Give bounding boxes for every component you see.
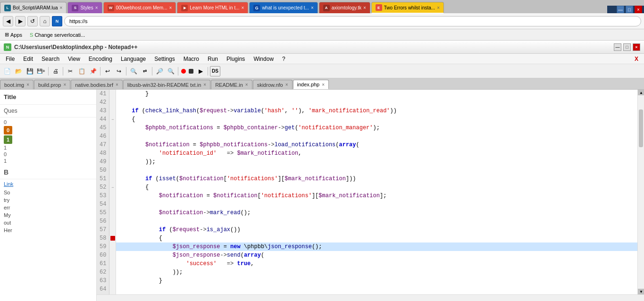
- npp-tab-skidrow[interactable]: skidrow.nfo ×: [253, 80, 293, 89]
- npp-tab-readme-label: README.in: [215, 82, 243, 88]
- code-line-48: 'notification_id' => $mark_notification,: [116, 149, 637, 158]
- toolbar-save[interactable]: 💾: [25, 66, 35, 76]
- tab-lua[interactable]: L Bol_Script/iARAM.lua ×: [0, 2, 67, 13]
- win-minimize[interactable]: —: [617, 6, 624, 13]
- styles-icon: S: [72, 5, 78, 11]
- menu-run[interactable]: Run: [204, 55, 222, 63]
- toolbar-macro-play[interactable]: ▶: [195, 66, 206, 76]
- npp-tab-readme[interactable]: README.in ×: [211, 80, 252, 89]
- learn-icon: ▶: [181, 5, 188, 11]
- nav-reload[interactable]: ↺: [27, 16, 38, 26]
- lua-icon: L: [4, 5, 11, 11]
- menu-help[interactable]: ?: [278, 55, 289, 63]
- address-bar[interactable]: [64, 16, 641, 26]
- npp-tab-boot-label: boot.img: [4, 82, 24, 88]
- nav-home[interactable]: ⌂: [40, 16, 50, 26]
- sidebar-title: Title: [0, 90, 96, 105]
- tab-learn-close[interactable]: ×: [242, 5, 244, 10]
- npp-restore[interactable]: □: [623, 43, 631, 51]
- npp-tab-skidrow-close[interactable]: ×: [285, 82, 288, 87]
- menu-edit[interactable]: Edit: [19, 55, 37, 63]
- npp-tab-libusb-label: libusb-win32-bin-README txt.in: [127, 82, 201, 88]
- toolbar-redo[interactable]: ↪: [114, 66, 124, 76]
- scrollbar-vertical[interactable]: ▲ ▼: [637, 90, 644, 294]
- toolbar-new[interactable]: 📄: [2, 66, 12, 76]
- menu-plugins[interactable]: Plugins: [223, 55, 249, 63]
- tab-axiom-close[interactable]: ×: [363, 5, 366, 10]
- vote-3: 1: [4, 145, 7, 150]
- tab-learn[interactable]: ▶ Learn More HTML in t... ×: [177, 2, 248, 13]
- tab-errors[interactable]: E Two Errors whilst insta... ×: [371, 2, 444, 13]
- npp-tab-native-close[interactable]: ×: [116, 82, 118, 87]
- npp-tab-readme-close[interactable]: ×: [245, 82, 248, 87]
- npp-tab-build-label: build.prop: [38, 82, 61, 88]
- tab-errors-close[interactable]: ×: [437, 5, 440, 10]
- menu-window[interactable]: Window: [250, 55, 277, 63]
- scrollbar-horizontal[interactable]: [97, 294, 644, 301]
- npp-tab-build-close[interactable]: ×: [63, 82, 66, 87]
- npp-tab-index-close[interactable]: ×: [322, 82, 325, 87]
- menu-close-x[interactable]: X: [631, 55, 642, 63]
- sidebar-text-3: My: [0, 211, 96, 219]
- menu-view[interactable]: View: [64, 55, 84, 63]
- apps-bookmark[interactable]: ⊞ Apps: [3, 31, 24, 38]
- toolbar-zoom-out[interactable]: 🔍: [166, 66, 176, 76]
- toolbar-save-all[interactable]: 💾+: [36, 66, 46, 76]
- tab-question[interactable]: G what is unexpected t... ×: [249, 2, 318, 13]
- menu-language[interactable]: Language: [117, 55, 150, 63]
- npp-tab-libusb-close[interactable]: ×: [203, 82, 206, 87]
- toolbar-print[interactable]: 🖨: [50, 66, 61, 76]
- menu-macro[interactable]: Macro: [180, 55, 203, 63]
- tab-styles-close[interactable]: ×: [95, 5, 98, 10]
- tab-webhost[interactable]: W 000webhost.com Mem... ×: [103, 2, 176, 13]
- toolbar-zoom-in[interactable]: 🔎: [154, 66, 165, 76]
- win-close[interactable]: ×: [635, 6, 642, 13]
- sidebar-text-2: err: [0, 204, 96, 211]
- npp-minimize[interactable]: —: [614, 43, 621, 51]
- code-line-55: $notification->mark_read();: [116, 209, 637, 217]
- toolbar-macro-record[interactable]: [181, 69, 186, 74]
- toolbar-ds[interactable]: DS: [210, 66, 220, 76]
- npp-close[interactable]: ×: [633, 43, 640, 51]
- tab-axiom[interactable]: A axiomtology.tk ×: [319, 2, 370, 13]
- toolbar-paste[interactable]: 📌: [88, 66, 98, 76]
- npp-tab-native[interactable]: native.bodies.brf ×: [71, 80, 123, 89]
- sidebar-text-4: out: [0, 219, 96, 226]
- menu-search[interactable]: Search: [38, 55, 63, 63]
- tab-lua-close[interactable]: ×: [60, 5, 63, 10]
- toolbar-macro-stop[interactable]: [189, 69, 193, 74]
- server-bookmark[interactable]: S Change serverlocati...: [28, 32, 87, 38]
- npp-tab-build[interactable]: build.prop ×: [34, 80, 70, 89]
- code-editor-area[interactable]: } if (check_link_hash($request->variable…: [116, 90, 637, 294]
- menu-file[interactable]: File: [2, 55, 18, 63]
- code-line-60: $json_response->send(array(: [116, 251, 637, 259]
- toolbar-find[interactable]: 🔍: [128, 66, 139, 76]
- win-maximize[interactable]: □: [626, 6, 633, 13]
- webhost-icon: W: [108, 5, 114, 11]
- nav-back[interactable]: ◀: [3, 16, 13, 26]
- toolbar-open[interactable]: 📂: [13, 66, 24, 76]
- npp-tab-boot[interactable]: boot.img ×: [0, 80, 33, 89]
- menu-settings[interactable]: Settings: [151, 55, 178, 63]
- tab-webhost-close[interactable]: ×: [169, 5, 172, 10]
- scrollbar-thumb[interactable]: [639, 109, 643, 147]
- menu-encoding[interactable]: Encoding: [85, 55, 116, 63]
- vote-0: 0: [4, 119, 7, 125]
- toolbar-copy[interactable]: 📋: [76, 66, 87, 76]
- code-line-51: if (isset($notification['notifications']…: [116, 175, 637, 183]
- sidebar-link[interactable]: Link: [0, 179, 96, 189]
- tab-question-close[interactable]: ×: [311, 5, 314, 10]
- npp-tab-boot-close[interactable]: ×: [26, 82, 29, 87]
- toolbar-replace[interactable]: ⇄: [140, 66, 150, 76]
- toolbar-cut[interactable]: ✂: [65, 66, 75, 76]
- vote-5: 1: [4, 158, 7, 164]
- tab-errors-label: Two Errors whilst insta...: [384, 5, 435, 10]
- code-line-59: $json_response = new \phpbb\json_respons…: [116, 242, 637, 251]
- npp-tab-libusb[interactable]: libusb-win32-bin-README txt.in ×: [123, 80, 210, 89]
- tab-webhost-label: 000webhost.com Mem...: [116, 5, 167, 10]
- npp-tab-index[interactable]: index.php ×: [293, 80, 329, 89]
- nav-forward[interactable]: ▶: [15, 16, 25, 26]
- tab-styles-label: Styles: [80, 5, 93, 10]
- toolbar-undo[interactable]: ↩: [102, 66, 113, 76]
- tab-styles[interactable]: S Styles ×: [67, 2, 102, 13]
